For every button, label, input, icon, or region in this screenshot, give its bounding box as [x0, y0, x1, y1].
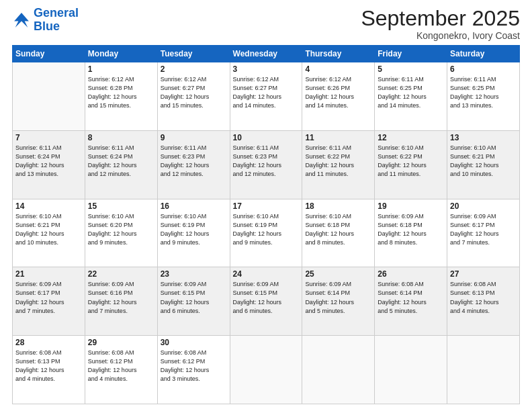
subtitle: Kongonekro, Ivory Coast [361, 30, 520, 41]
calendar-cell: 22Sunrise: 6:09 AM Sunset: 6:16 PM Dayli… [85, 267, 157, 336]
day-info: Sunrise: 6:08 AM Sunset: 6:13 PM Dayligh… [450, 280, 517, 315]
calendar-cell: 11Sunrise: 6:11 AM Sunset: 6:22 PM Dayli… [302, 130, 375, 199]
day-info: Sunrise: 6:11 AM Sunset: 6:24 PM Dayligh… [15, 144, 82, 179]
calendar-cell: 5Sunrise: 6:11 AM Sunset: 6:25 PM Daylig… [375, 62, 447, 131]
calendar-header-monday: Monday [85, 46, 157, 62]
day-number: 10 [233, 133, 300, 142]
day-number: 12 [378, 133, 444, 142]
day-number: 17 [233, 201, 300, 211]
day-number: 19 [378, 201, 444, 211]
logo-text: General Blue [34, 7, 79, 34]
day-info: Sunrise: 6:09 AM Sunset: 6:18 PM Dayligh… [378, 212, 444, 247]
logo-line1: General [34, 6, 79, 19]
calendar-week-row: 14Sunrise: 6:10 AM Sunset: 6:21 PM Dayli… [13, 199, 520, 267]
calendar-header-row: SundayMondayTuesdayWednesdayThursdayFrid… [13, 46, 520, 62]
day-number: 20 [450, 201, 517, 211]
day-info: Sunrise: 6:11 AM Sunset: 6:23 PM Dayligh… [161, 144, 227, 179]
day-info: Sunrise: 6:09 AM Sunset: 6:15 PM Dayligh… [161, 280, 227, 315]
logo: General Blue [12, 7, 79, 34]
calendar-cell [302, 336, 375, 404]
calendar-cell: 3Sunrise: 6:12 AM Sunset: 6:27 PM Daylig… [230, 62, 302, 131]
calendar-cell [447, 336, 520, 404]
day-info: Sunrise: 6:10 AM Sunset: 6:21 PM Dayligh… [15, 212, 82, 247]
month-title: September 2025 [361, 7, 520, 30]
day-number: 27 [450, 269, 517, 279]
day-number: 3 [233, 64, 300, 74]
day-number: 9 [161, 133, 227, 142]
calendar-week-row: 28Sunrise: 6:08 AM Sunset: 6:13 PM Dayli… [13, 336, 520, 404]
day-info: Sunrise: 6:09 AM Sunset: 6:16 PM Dayligh… [88, 280, 154, 315]
day-info: Sunrise: 6:11 AM Sunset: 6:23 PM Dayligh… [233, 144, 300, 179]
day-info: Sunrise: 6:10 AM Sunset: 6:18 PM Dayligh… [305, 212, 371, 247]
svg-marker-0 [14, 13, 29, 28]
calendar-cell: 28Sunrise: 6:08 AM Sunset: 6:13 PM Dayli… [13, 336, 85, 404]
day-info: Sunrise: 6:09 AM Sunset: 6:15 PM Dayligh… [233, 280, 300, 315]
day-number: 28 [15, 338, 82, 347]
calendar-cell: 16Sunrise: 6:10 AM Sunset: 6:19 PM Dayli… [157, 199, 230, 267]
calendar-cell: 2Sunrise: 6:12 AM Sunset: 6:27 PM Daylig… [157, 62, 230, 131]
calendar-cell: 23Sunrise: 6:09 AM Sunset: 6:15 PM Dayli… [157, 267, 230, 336]
day-number: 29 [88, 338, 154, 347]
day-number: 30 [161, 338, 227, 347]
day-info: Sunrise: 6:11 AM Sunset: 6:25 PM Dayligh… [450, 75, 517, 110]
day-number: 24 [233, 269, 300, 279]
calendar-week-row: 1Sunrise: 6:12 AM Sunset: 6:28 PM Daylig… [13, 62, 520, 131]
day-number: 8 [88, 133, 154, 142]
calendar-cell: 27Sunrise: 6:08 AM Sunset: 6:13 PM Dayli… [447, 267, 520, 336]
calendar-header-thursday: Thursday [302, 46, 375, 62]
day-number: 18 [305, 201, 371, 211]
day-number: 5 [378, 64, 444, 74]
day-number: 21 [15, 269, 82, 279]
day-info: Sunrise: 6:10 AM Sunset: 6:19 PM Dayligh… [233, 212, 300, 247]
day-info: Sunrise: 6:11 AM Sunset: 6:25 PM Dayligh… [378, 75, 444, 110]
calendar-cell: 8Sunrise: 6:11 AM Sunset: 6:24 PM Daylig… [85, 130, 157, 199]
calendar-cell: 21Sunrise: 6:09 AM Sunset: 6:17 PM Dayli… [13, 267, 85, 336]
day-info: Sunrise: 6:10 AM Sunset: 6:22 PM Dayligh… [378, 144, 444, 179]
calendar-week-row: 7Sunrise: 6:11 AM Sunset: 6:24 PM Daylig… [13, 130, 520, 199]
day-info: Sunrise: 6:12 AM Sunset: 6:27 PM Dayligh… [233, 75, 300, 110]
calendar-cell: 1Sunrise: 6:12 AM Sunset: 6:28 PM Daylig… [85, 62, 157, 131]
day-number: 16 [161, 201, 227, 211]
calendar-cell: 14Sunrise: 6:10 AM Sunset: 6:21 PM Dayli… [13, 199, 85, 267]
day-number: 4 [305, 64, 371, 74]
day-info: Sunrise: 6:08 AM Sunset: 6:12 PM Dayligh… [88, 349, 154, 383]
day-number: 15 [88, 201, 154, 211]
day-info: Sunrise: 6:08 AM Sunset: 6:14 PM Dayligh… [378, 280, 444, 315]
calendar-cell: 18Sunrise: 6:10 AM Sunset: 6:18 PM Dayli… [302, 199, 375, 267]
calendar-cell [230, 336, 302, 404]
calendar-cell: 10Sunrise: 6:11 AM Sunset: 6:23 PM Dayli… [230, 130, 302, 199]
day-number: 22 [88, 269, 154, 279]
day-info: Sunrise: 6:10 AM Sunset: 6:21 PM Dayligh… [450, 144, 517, 179]
calendar-cell: 12Sunrise: 6:10 AM Sunset: 6:22 PM Dayli… [375, 130, 447, 199]
calendar-header-saturday: Saturday [447, 46, 520, 62]
day-number: 25 [305, 269, 371, 279]
logo-line2: Blue [34, 19, 60, 33]
calendar-cell [375, 336, 447, 404]
calendar-cell: 4Sunrise: 6:12 AM Sunset: 6:26 PM Daylig… [302, 62, 375, 131]
calendar-cell: 9Sunrise: 6:11 AM Sunset: 6:23 PM Daylig… [157, 130, 230, 199]
day-info: Sunrise: 6:09 AM Sunset: 6:14 PM Dayligh… [305, 280, 371, 315]
day-info: Sunrise: 6:09 AM Sunset: 6:17 PM Dayligh… [450, 212, 517, 247]
day-info: Sunrise: 6:08 AM Sunset: 6:13 PM Dayligh… [15, 349, 82, 383]
calendar-cell: 6Sunrise: 6:11 AM Sunset: 6:25 PM Daylig… [447, 62, 520, 131]
calendar-table: SundayMondayTuesdayWednesdayThursdayFrid… [12, 45, 520, 404]
day-number: 11 [305, 133, 371, 142]
calendar-cell: 7Sunrise: 6:11 AM Sunset: 6:24 PM Daylig… [13, 130, 85, 199]
day-number: 14 [15, 201, 82, 211]
day-info: Sunrise: 6:12 AM Sunset: 6:27 PM Dayligh… [161, 75, 227, 110]
calendar-cell: 24Sunrise: 6:09 AM Sunset: 6:15 PM Dayli… [230, 267, 302, 336]
day-number: 26 [378, 269, 444, 279]
day-info: Sunrise: 6:12 AM Sunset: 6:26 PM Dayligh… [305, 75, 371, 110]
day-info: Sunrise: 6:09 AM Sunset: 6:17 PM Dayligh… [15, 280, 82, 315]
day-number: 2 [161, 64, 227, 74]
header: General Blue September 2025 Kongonekro, … [12, 7, 520, 41]
calendar-header-sunday: Sunday [13, 46, 85, 62]
calendar-cell: 20Sunrise: 6:09 AM Sunset: 6:17 PM Dayli… [447, 199, 520, 267]
calendar-cell: 19Sunrise: 6:09 AM Sunset: 6:18 PM Dayli… [375, 199, 447, 267]
day-info: Sunrise: 6:12 AM Sunset: 6:28 PM Dayligh… [88, 75, 154, 110]
day-info: Sunrise: 6:08 AM Sunset: 6:12 PM Dayligh… [161, 349, 227, 383]
calendar-cell [13, 62, 85, 131]
page: General Blue September 2025 Kongonekro, … [0, 0, 532, 411]
day-info: Sunrise: 6:10 AM Sunset: 6:20 PM Dayligh… [88, 212, 154, 247]
calendar-week-row: 21Sunrise: 6:09 AM Sunset: 6:17 PM Dayli… [13, 267, 520, 336]
